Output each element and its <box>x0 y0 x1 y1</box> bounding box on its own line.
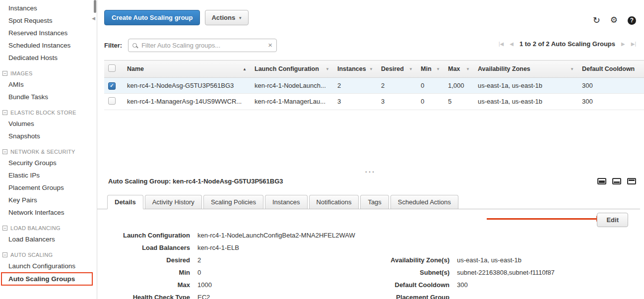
table-row[interactable]: ✓ ken-rc4-1-NodeAsg-G5TU3P561BG3 ken-rc4… <box>104 78 644 94</box>
column-header-availability-zones[interactable]: Availability Zones▼ <box>474 60 578 78</box>
toolbar: Create Auto Scaling group Actions▼ ↻ ⚙ ? <box>97 0 644 25</box>
cell-launch-configuration[interactable]: ken-rc4-1-ManagerLau... <box>251 93 333 110</box>
cell-name[interactable]: ken-rc4-1-NodeAsg-G5TU3P561BG3 <box>123 78 251 94</box>
column-header-max[interactable]: Max▼ <box>444 60 474 78</box>
table-header-row: Name▲ Launch Configuration▼ Instances▼ D… <box>104 60 644 78</box>
tab-activity-history[interactable]: Activity History <box>145 195 202 209</box>
sidebar-section-label: NETWORK & SECURITY <box>10 149 75 155</box>
row-checkbox-checked[interactable]: ✓ <box>108 82 116 90</box>
cell-desired[interactable]: 2 <box>377 78 417 94</box>
pagination-info: 1 to 2 of 2 Auto Scaling Groups <box>519 40 615 48</box>
sidebar-item-network-interfaces[interactable]: Network Interfaces <box>0 206 97 219</box>
field-placement-group: Placement Group <box>351 293 555 299</box>
filter-input[interactable] <box>140 41 264 50</box>
chevron-down-icon: ▼ <box>436 67 440 71</box>
sidebar-item-instances[interactable]: Instances <box>0 2 97 14</box>
section-collapse-icon[interactable]: − <box>2 226 7 231</box>
cell-max[interactable]: 5 <box>444 93 474 110</box>
prev-page-button[interactable]: ◀ <box>510 41 514 47</box>
sidebar-section-load-balancing[interactable]: − LOAD BALANCING <box>0 225 97 231</box>
sidebar-item-amis[interactable]: AMIs <box>0 78 97 91</box>
clear-filter-icon[interactable]: × <box>268 42 272 49</box>
column-header-launch-configuration[interactable]: Launch Configuration▼ <box>251 60 333 78</box>
row-checkbox-cell[interactable]: ✓ <box>104 78 123 94</box>
table-row[interactable]: ken-rc4-1-ManagerAsg-14US9WWCR... ken-rc… <box>104 93 644 110</box>
column-header-default-cooldown[interactable]: Default Cooldown <box>578 60 644 78</box>
edit-button[interactable]: Edit <box>597 213 628 227</box>
field-value: 2 <box>197 256 201 264</box>
cell-default-cooldown[interactable]: 300 <box>578 78 644 94</box>
sidebar-item-launch-configurations[interactable]: Launch Configurations <box>0 260 97 272</box>
sidebar-item-volumes[interactable]: Volumes <box>0 118 97 130</box>
tab-scheduled-actions[interactable]: Scheduled Actions <box>390 195 458 209</box>
sidebar-item-reserved-instances[interactable]: Reserved Instances <box>0 27 97 39</box>
cell-launch-configuration[interactable]: ken-rc4-1-NodeLaunch... <box>251 78 333 94</box>
cell-name[interactable]: ken-rc4-1-ManagerAsg-14US9WWCR... <box>123 93 251 110</box>
layout-full-pane-icon[interactable] <box>627 178 636 184</box>
sidebar-item-key-pairs[interactable]: Key Pairs <box>0 194 97 206</box>
panel-resize-handle[interactable]: ••• <box>97 169 644 176</box>
sidebar-item-elastic-ips[interactable]: Elastic IPs <box>0 169 97 181</box>
sidebar-section-elastic-block-store[interactable]: − ELASTIC BLOCK STORE <box>0 110 97 116</box>
cell-instances[interactable]: 3 <box>333 93 377 110</box>
create-auto-scaling-group-button[interactable]: Create Auto Scaling group <box>104 10 200 25</box>
column-label: Max <box>448 65 460 72</box>
sidebar-section-auto-scaling[interactable]: − AUTO SCALING <box>0 252 97 258</box>
details-header: Auto Scaling Group: ken-rc4-1-NodeAsg-G5… <box>97 176 644 185</box>
row-checkbox[interactable] <box>108 97 116 105</box>
search-icon <box>132 43 137 48</box>
tab-instances[interactable]: Instances <box>265 195 308 209</box>
section-collapse-icon[interactable]: − <box>2 71 7 76</box>
select-all-header[interactable] <box>104 60 123 78</box>
tab-details[interactable]: Details <box>107 195 143 209</box>
tab-scaling-policies[interactable]: Scaling Policies <box>203 195 263 209</box>
cell-min[interactable]: 0 <box>417 93 444 110</box>
sidebar-item-load-balancers[interactable]: Load Balancers <box>0 233 97 245</box>
sidebar-item-bundle-tasks[interactable]: Bundle Tasks <box>0 91 97 103</box>
select-all-checkbox[interactable] <box>108 64 116 72</box>
help-icon[interactable]: ? <box>628 16 636 25</box>
sidebar-collapse-button[interactable]: ◀ <box>91 15 96 22</box>
cell-availability-zones[interactable]: us-east-1a, us-east-1b <box>474 78 578 94</box>
toolbar-icons: ↻ ⚙ ? <box>593 16 636 25</box>
tab-tags[interactable]: Tags <box>360 195 388 209</box>
layout-split-pane-icon[interactable] <box>612 178 621 184</box>
sidebar-section-network-security[interactable]: − NETWORK & SECURITY <box>0 149 97 155</box>
tab-notifications[interactable]: Notifications <box>309 195 359 209</box>
sidebar-item-snapshots[interactable]: Snapshots <box>0 130 97 142</box>
column-header-name[interactable]: Name▲ <box>123 60 251 78</box>
cell-availability-zones[interactable]: us-east-1a, us-east-1b <box>474 93 578 110</box>
filter-bar: Filter: × |◀ ◀ 1 to 2 of 2 Auto Scaling … <box>104 38 644 52</box>
sidebar-section-images[interactable]: − IMAGES <box>0 70 97 76</box>
cell-default-cooldown[interactable]: 300 <box>578 93 644 110</box>
gear-icon[interactable]: ⚙ <box>610 16 618 25</box>
sidebar-item-security-groups[interactable]: Security Groups <box>0 157 97 169</box>
details-fields-right: Availability Zone(s) us-east-1a, us-east… <box>351 256 555 299</box>
column-header-desired[interactable]: Desired▼ <box>377 60 417 78</box>
section-collapse-icon[interactable]: − <box>2 252 7 257</box>
section-collapse-icon[interactable]: − <box>2 149 7 154</box>
cell-desired[interactable]: 3 <box>377 93 417 110</box>
layout-bottom-pane-icon[interactable] <box>597 178 606 184</box>
sidebar-scrollbar-thumb[interactable] <box>94 0 96 13</box>
sidebar-item-scheduled-instances[interactable]: Scheduled Instances <box>0 39 97 52</box>
filter-search-box[interactable]: × <box>128 39 277 52</box>
cell-max[interactable]: 1,000 <box>444 78 474 94</box>
sidebar-item-auto-scaling-groups[interactable]: Auto Scaling Groups <box>1 272 93 286</box>
column-header-min[interactable]: Min▼ <box>417 60 444 78</box>
last-page-button[interactable]: ▶| <box>631 41 636 47</box>
row-checkbox-cell[interactable] <box>104 93 123 110</box>
section-collapse-icon[interactable]: − <box>2 110 7 115</box>
next-page-button[interactable]: ▶ <box>621 41 625 47</box>
actions-button[interactable]: Actions▼ <box>205 10 249 25</box>
column-header-instances[interactable]: Instances▼ <box>333 60 377 78</box>
first-page-button[interactable]: |◀ <box>499 41 504 47</box>
sidebar-item-dedicated-hosts[interactable]: Dedicated Hosts <box>0 52 97 64</box>
refresh-icon[interactable]: ↻ <box>593 16 600 25</box>
cell-min[interactable]: 0 <box>417 78 444 94</box>
chevron-down-icon: ▼ <box>238 16 242 20</box>
cell-instances[interactable]: 2 <box>333 78 377 94</box>
sidebar-item-spot-requests[interactable]: Spot Requests <box>0 14 97 27</box>
column-label: Name <box>127 65 144 72</box>
sidebar-item-placement-groups[interactable]: Placement Groups <box>0 181 97 194</box>
